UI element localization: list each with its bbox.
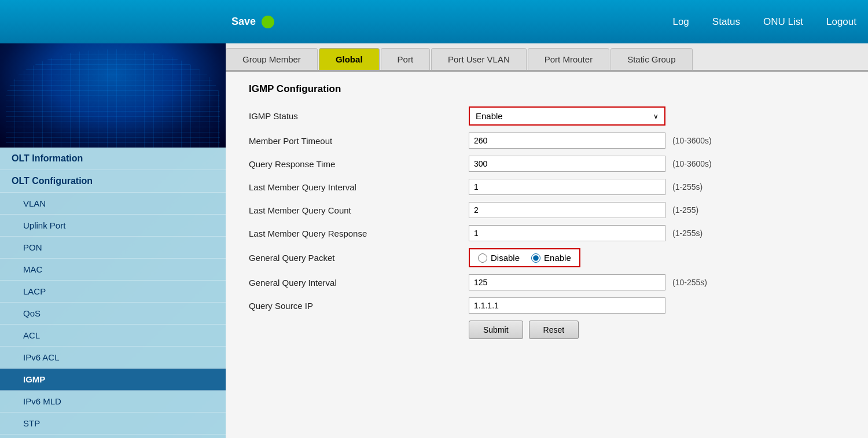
input-last-member-query-response[interactable] [469, 225, 665, 241]
radio-option-disable-general-query-packet[interactable]: Disable [478, 253, 520, 263]
form-row-general-query-interval: General Query Interval(10-255s) [249, 274, 845, 290]
form-row-query-source-ip: Query Source IP [249, 297, 845, 314]
form-row-last-member-query-count: Last Member Query Count(1-255) [249, 202, 845, 218]
sidebar-item-pon[interactable]: PON [0, 237, 226, 259]
sidebar-item-stp[interactable]: STP [0, 413, 226, 435]
input-member-port-timeout[interactable] [469, 132, 665, 149]
radio-label-enable: Enable [544, 253, 571, 263]
nav-links: Log Status ONU List Logout [672, 16, 856, 28]
button-row: Submit Reset [469, 321, 845, 339]
radio-group-general-query-packet: DisableEnable [469, 248, 580, 267]
label-member-port-timeout: Member Port Timeout [249, 136, 469, 146]
form-row-general-query-packet: General Query PacketDisableEnable [249, 248, 845, 267]
label-query-response-time: Query Response Time [249, 159, 469, 169]
form-area: IGMP Configuration IGMP StatusEnableDisa… [226, 72, 868, 438]
radio-input-enable[interactable] [531, 253, 540, 263]
status-link[interactable]: Status [712, 16, 740, 28]
status-indicator [262, 16, 274, 28]
select-wrapper-igmp-status: EnableDisable∨ [469, 106, 665, 126]
hint-general-query-interval: (10-255s) [672, 278, 707, 287]
label-last-member-query-response: Last Member Query Response [249, 229, 469, 238]
tab-port[interactable]: Port [381, 48, 431, 70]
sidebar-item-ipv6-acl[interactable]: IPv6 ACL [0, 347, 226, 369]
sidebar-item-mac[interactable]: MAC [0, 259, 226, 281]
content-area: Group MemberGlobalPortPort User VLANPort… [226, 43, 868, 438]
sidebar-item-ipv6-mld[interactable]: IPv6 MLD [0, 391, 226, 413]
sidebar-item-igmp[interactable]: IGMP [0, 369, 226, 391]
select-igmp-status[interactable]: EnableDisable [470, 108, 664, 124]
onu-list-link[interactable]: ONU List [763, 16, 803, 28]
label-last-member-query-interval: Last Member Query Interval [249, 182, 469, 192]
logout-link[interactable]: Logout [826, 16, 856, 28]
input-query-response-time[interactable] [469, 156, 665, 172]
reset-button[interactable]: Reset [529, 321, 579, 339]
save-section: Save [231, 16, 274, 28]
sidebar-item-qos[interactable]: QoS [0, 303, 226, 325]
tab-static-group[interactable]: Static Group [610, 48, 692, 70]
sidebar-nav: OLT InformationOLT ConfigurationVLANUpli… [0, 148, 226, 438]
main-layout: OLT InformationOLT ConfigurationVLANUpli… [0, 43, 868, 438]
sidebar-item-loopback[interactable]: Loopback [0, 435, 226, 438]
label-general-query-packet: General Query Packet [249, 253, 469, 263]
label-general-query-interval: General Query Interval [249, 278, 469, 288]
radio-label-disable: Disable [491, 253, 520, 263]
top-bar: Save Log Status ONU List Logout [0, 0, 868, 43]
hint-query-response-time: (10-3600s) [672, 159, 712, 168]
radio-option-enable-general-query-packet[interactable]: Enable [531, 253, 571, 263]
hint-last-member-query-count: (1-255) [672, 205, 698, 215]
label-last-member-query-count: Last Member Query Count [249, 205, 469, 215]
sidebar: OLT InformationOLT ConfigurationVLANUpli… [0, 43, 226, 438]
tab-port-user-vlan[interactable]: Port User VLAN [431, 48, 527, 70]
input-last-member-query-count[interactable] [469, 202, 665, 218]
tab-group-member[interactable]: Group Member [226, 48, 318, 70]
submit-button[interactable]: Submit [469, 321, 523, 339]
input-general-query-interval[interactable] [469, 274, 665, 290]
hint-member-port-timeout: (10-3600s) [672, 136, 712, 145]
sidebar-item-lacp[interactable]: LACP [0, 281, 226, 303]
input-last-member-query-interval[interactable] [469, 179, 665, 195]
hint-last-member-query-response: (1-255s) [672, 229, 703, 238]
form-row-member-port-timeout: Member Port Timeout(10-3600s) [249, 132, 845, 149]
tab-bar: Group MemberGlobalPortPort User VLANPort… [226, 43, 868, 72]
save-label[interactable]: Save [231, 16, 256, 28]
label-query-source-ip: Query Source IP [249, 301, 469, 311]
sidebar-globe-image [0, 43, 226, 148]
sidebar-item-olt-config[interactable]: OLT Configuration [0, 170, 226, 193]
form-row-query-response-time: Query Response Time(10-3600s) [249, 156, 845, 172]
form-rows: IGMP StatusEnableDisable∨Member Port Tim… [249, 106, 845, 314]
form-row-igmp-status: IGMP StatusEnableDisable∨ [249, 106, 845, 126]
sidebar-item-olt-info[interactable]: OLT Information [0, 148, 226, 170]
sidebar-item-uplink-port[interactable]: Uplink Port [0, 215, 226, 237]
label-igmp-status: IGMP Status [249, 111, 469, 121]
tab-port-mrouter[interactable]: Port Mrouter [528, 48, 609, 70]
form-row-last-member-query-response: Last Member Query Response(1-255s) [249, 225, 845, 241]
tab-global[interactable]: Global [319, 48, 380, 70]
input-query-source-ip[interactable] [469, 297, 665, 314]
form-title: IGMP Configuration [249, 83, 845, 95]
sidebar-item-vlan[interactable]: VLAN [0, 193, 226, 215]
radio-input-disable[interactable] [478, 253, 487, 263]
log-link[interactable]: Log [672, 16, 689, 28]
form-row-last-member-query-interval: Last Member Query Interval(1-255s) [249, 179, 845, 195]
hint-last-member-query-interval: (1-255s) [672, 182, 703, 192]
sidebar-item-acl[interactable]: ACL [0, 325, 226, 347]
